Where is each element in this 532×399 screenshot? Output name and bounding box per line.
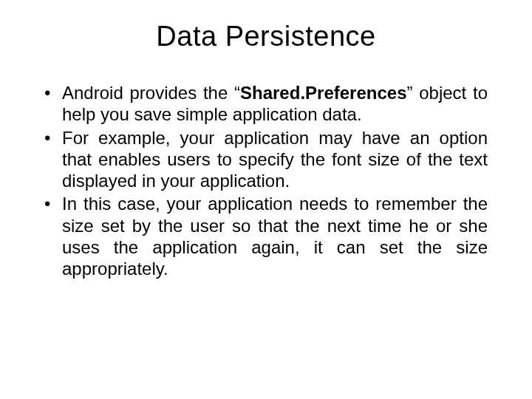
text-pre: Android provides the “ <box>62 83 240 103</box>
slide-title: Data Persistence <box>37 21 495 52</box>
bullet-text: For example, your application may have a… <box>62 127 488 192</box>
bullet-text: In this case, your application needs to … <box>62 193 488 279</box>
bullet-item: • Android provides the “Shared.Preferenc… <box>44 82 488 126</box>
bullet-item: • For example, your application may have… <box>44 127 488 192</box>
bullet-icon: • <box>44 193 55 215</box>
text-bold: Shared.Preferences <box>240 83 406 103</box>
bullet-icon: • <box>44 127 55 149</box>
bullet-item: • In this case, your application needs t… <box>44 193 488 279</box>
bullet-icon: • <box>44 82 55 104</box>
text-pre: In this case, your application needs to … <box>62 194 488 279</box>
text-pre: For example, your application may have a… <box>62 128 488 191</box>
slide: Data Persistence • Android provides the … <box>0 0 532 399</box>
bullet-text: Android provides the “Shared.Preferences… <box>62 82 488 126</box>
slide-content: • Android provides the “Shared.Preferenc… <box>37 82 495 279</box>
